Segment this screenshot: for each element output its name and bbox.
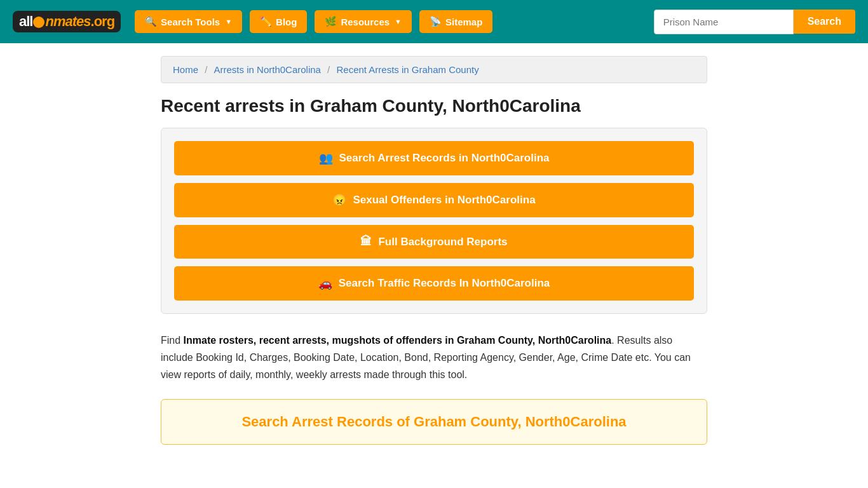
description: Find Inmate rosters, recent arrests, mug… — [161, 332, 707, 384]
search-tools-label: Search Tools — [161, 17, 220, 27]
prison-search-form: Search — [654, 10, 855, 34]
breadcrumb-separator-2: / — [327, 64, 332, 75]
sitemap-button[interactable]: Sitemap — [419, 10, 492, 33]
building-icon — [360, 235, 372, 248]
prison-name-input[interactable] — [654, 10, 794, 34]
resources-button[interactable]: Resources ▼ — [315, 10, 412, 33]
people-icon — [319, 151, 333, 165]
blog-button[interactable]: Blog — [250, 10, 307, 33]
search-icon — [145, 16, 157, 27]
site-header: allnmates.org Search Tools ▼ Blog Resour… — [0, 0, 868, 43]
resources-icon — [325, 16, 337, 27]
breadcrumb-current[interactable]: Recent Arrests in Graham County — [336, 64, 478, 75]
breadcrumb-separator-1: / — [205, 64, 210, 75]
prison-search-button[interactable]: Search — [794, 10, 855, 34]
offender-icon — [332, 193, 346, 207]
description-prefix: Find — [161, 335, 184, 346]
resources-label: Resources — [341, 17, 390, 27]
traffic-records-button[interactable]: Search Traffic Records In North0Carolina — [174, 266, 694, 301]
action-buttons-box: Search Arrest Records in North0Carolina … — [161, 128, 707, 314]
car-icon — [318, 276, 332, 290]
sitemap-icon — [430, 16, 442, 27]
chevron-down-icon: ▼ — [225, 18, 232, 25]
search-records-box: Search Arrest Records of Graham County, … — [161, 399, 707, 445]
breadcrumb-home[interactable]: Home — [173, 64, 198, 75]
sexual-offenders-button[interactable]: Sexual Offenders in North0Carolina — [174, 183, 694, 217]
search-button-label: Search — [808, 16, 841, 27]
blog-icon — [260, 16, 272, 27]
sexual-offenders-label: Sexual Offenders in North0Carolina — [353, 194, 535, 207]
traffic-records-label: Search Traffic Records In North0Carolina — [339, 277, 550, 290]
background-reports-button[interactable]: Full Background Reports — [174, 225, 694, 259]
sitemap-label: Sitemap — [445, 17, 482, 27]
logo-text: allnmates.org — [19, 13, 114, 30]
arrest-records-button[interactable]: Search Arrest Records in North0Carolina — [174, 141, 694, 175]
arrest-records-label: Search Arrest Records in North0Carolina — [339, 152, 550, 165]
description-bold: Inmate rosters, recent arrests, mugshots… — [184, 335, 612, 346]
blog-label: Blog — [276, 17, 297, 27]
logo[interactable]: allnmates.org — [13, 11, 121, 32]
main-content: Home / Arrests in North0Carolina / Recen… — [148, 43, 720, 458]
search-tools-button[interactable]: Search Tools ▼ — [135, 10, 242, 33]
background-reports-label: Full Background Reports — [378, 236, 507, 248]
breadcrumb-arrests[interactable]: Arrests in North0Carolina — [214, 64, 321, 75]
search-records-title: Search Arrest Records of Graham County, … — [174, 414, 694, 430]
breadcrumb: Home / Arrests in North0Carolina / Recen… — [161, 56, 707, 83]
page-title: Recent arrests in Graham County, North0C… — [161, 96, 707, 116]
chevron-down-icon: ▼ — [395, 18, 402, 25]
